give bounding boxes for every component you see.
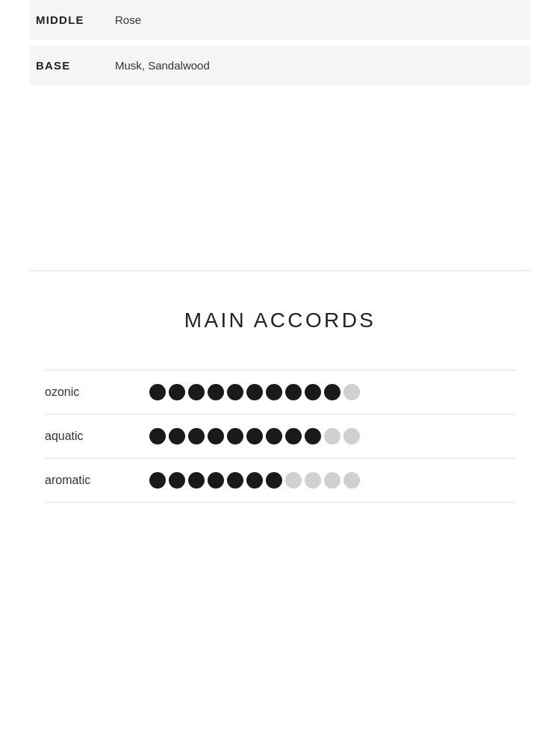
notes-section: MIDDLE Rose BASE Musk, Sandalwood [0, 0, 560, 85]
accord-dots-ozonic [149, 384, 360, 400]
dot-filled [227, 384, 243, 400]
middle-note-value: Rose [103, 13, 141, 26]
accord-dots-aquatic [149, 428, 360, 444]
dot-filled [305, 384, 321, 400]
middle-note-row: MIDDLE Rose [30, 0, 530, 40]
accord-label-ozonic: ozonic [45, 385, 149, 399]
dot-empty [343, 472, 360, 489]
dot-filled [266, 428, 282, 444]
dot-filled [208, 384, 224, 400]
base-note-row: BASE Musk, Sandalwood [30, 46, 530, 85]
dot-filled [285, 428, 302, 444]
dot-filled [169, 384, 185, 400]
dot-empty [324, 428, 340, 444]
dot-filled [246, 472, 263, 489]
dot-filled [246, 384, 263, 400]
accord-row-aquatic: aquatic [45, 415, 515, 459]
dot-filled [169, 472, 185, 489]
spacer [0, 91, 560, 241]
dot-filled [149, 428, 166, 444]
accord-row-aromatic: aromatic [45, 459, 515, 503]
dot-filled [266, 384, 282, 400]
base-note-value: Musk, Sandalwood [103, 59, 210, 72]
main-accords-title: MAIN ACCORDS [45, 309, 515, 332]
dot-filled [305, 428, 321, 444]
dot-filled [149, 384, 166, 400]
dot-empty [343, 384, 360, 400]
base-note-label: BASE [36, 59, 103, 72]
accord-dots-aromatic [149, 472, 360, 489]
dot-filled [324, 384, 340, 400]
dot-empty [324, 472, 340, 489]
dot-filled [188, 428, 205, 444]
dot-filled [227, 428, 243, 444]
dot-empty [285, 472, 302, 489]
dot-empty [343, 428, 360, 444]
dot-filled [188, 472, 205, 489]
dot-filled [149, 472, 166, 489]
dot-empty [305, 472, 321, 489]
main-accords-section: MAIN ACCORDS ozonic aquatic [0, 271, 560, 533]
dot-filled [285, 384, 302, 400]
dot-filled [266, 472, 282, 489]
dot-filled [188, 384, 205, 400]
dot-filled [227, 472, 243, 489]
accord-row-ozonic: ozonic [45, 370, 515, 415]
accord-label-aromatic: aromatic [45, 474, 149, 487]
dot-filled [246, 428, 263, 444]
accord-label-aquatic: aquatic [45, 430, 149, 443]
dot-filled [208, 428, 224, 444]
dot-filled [169, 428, 185, 444]
middle-note-label: MIDDLE [36, 13, 103, 26]
dot-filled [208, 472, 224, 489]
